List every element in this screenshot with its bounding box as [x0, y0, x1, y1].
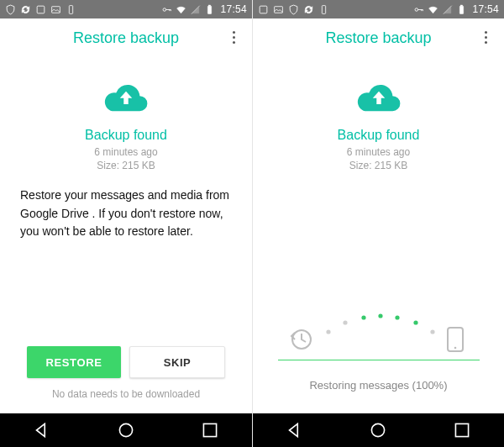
key-icon [413, 4, 424, 15]
app-icon [35, 4, 46, 15]
progress-underline [278, 360, 480, 360]
progress-status-text: Restoring messages (100%) [309, 379, 447, 392]
page-title: Restore backup [73, 29, 179, 47]
svg-point-18 [378, 313, 382, 318]
svg-point-19 [395, 315, 399, 319]
nav-back-button[interactable] [31, 419, 53, 441]
nav-home-button[interactable] [367, 419, 389, 441]
svg-rect-10 [322, 5, 325, 13]
screen-before-restore: 17:54 Restore backup Backup found 6 minu… [0, 0, 252, 447]
svg-rect-8 [260, 6, 267, 13]
shield-icon [288, 4, 299, 15]
svg-point-16 [343, 320, 347, 324]
page-title: Restore backup [325, 29, 431, 47]
cloud-upload-icon [354, 81, 403, 114]
svg-rect-25 [456, 423, 469, 436]
svg-rect-2 [69, 5, 72, 13]
backup-size: Size: 215 KB [97, 160, 155, 171]
skip-button[interactable]: SKIP [129, 346, 225, 378]
key-icon [161, 4, 172, 15]
svg-rect-5 [209, 5, 211, 6]
svg-point-11 [416, 8, 418, 10]
svg-rect-4 [208, 6, 212, 13]
button-row: RESTORE SKIP [18, 346, 234, 378]
svg-point-21 [430, 329, 434, 334]
content-area: Backup found 6 minutes ago Size: 215 KB … [0, 57, 252, 413]
wifi-icon [428, 4, 438, 15]
battery-icon [204, 4, 215, 15]
android-navbar [0, 413, 252, 447]
backup-found-title: Backup found [338, 128, 420, 143]
content-area: Backup found 6 minutes ago Size: 215 KB [253, 57, 504, 413]
no-sim-icon [442, 4, 453, 15]
backup-found-title: Backup found [85, 128, 167, 143]
android-navbar [253, 413, 504, 447]
nav-home-button[interactable] [115, 419, 137, 441]
image-icon [273, 4, 284, 15]
screen-restoring: 17:54 Restore backup Backup found 6 minu… [252, 0, 504, 447]
svg-point-24 [372, 423, 385, 436]
device-icon [318, 4, 329, 15]
device-icon [66, 4, 76, 15]
svg-point-23 [454, 347, 456, 350]
status-bar: 17:54 [0, 0, 252, 18]
svg-point-3 [164, 8, 166, 10]
svg-point-17 [361, 315, 365, 319]
app-header: Restore backup [253, 18, 504, 57]
svg-point-15 [326, 329, 330, 334]
status-bar: 17:54 [253, 0, 504, 18]
svg-point-6 [119, 423, 132, 436]
overflow-menu-button[interactable] [475, 27, 496, 47]
nav-recents-button[interactable] [199, 419, 221, 441]
nav-recents-button[interactable] [451, 419, 473, 441]
svg-point-20 [413, 320, 417, 324]
nav-back-button[interactable] [284, 419, 306, 441]
svg-rect-12 [460, 6, 464, 13]
svg-rect-1 [52, 6, 60, 13]
svg-rect-7 [203, 423, 216, 436]
restore-description: Restore your messages and media from Goo… [18, 173, 234, 241]
no-sim-icon [190, 4, 201, 15]
restore-button[interactable]: RESTORE [27, 346, 121, 378]
backup-age: 6 minutes ago [347, 146, 410, 158]
cloud-upload-icon [102, 81, 150, 114]
progress-zone: Restoring messages (100%) [271, 304, 486, 413]
svg-rect-13 [461, 5, 463, 6]
wifi-icon [176, 4, 186, 15]
sync-icon [303, 4, 314, 15]
shield-icon [5, 4, 16, 15]
image-icon [50, 4, 61, 15]
svg-rect-9 [275, 6, 283, 13]
overflow-menu-button[interactable] [223, 27, 244, 47]
backup-age: 6 minutes ago [94, 146, 157, 158]
status-clock: 17:54 [218, 3, 247, 15]
backup-size: Size: 215 KB [349, 160, 407, 171]
battery-icon [456, 4, 467, 15]
download-status-text: No data needs to be downloaded [52, 388, 200, 400]
app-icon [258, 4, 269, 15]
svg-rect-0 [37, 6, 45, 13]
progress-arc-icon [286, 304, 471, 355]
status-clock: 17:54 [470, 3, 499, 15]
sync-icon [20, 4, 31, 15]
app-header: Restore backup [0, 18, 252, 57]
